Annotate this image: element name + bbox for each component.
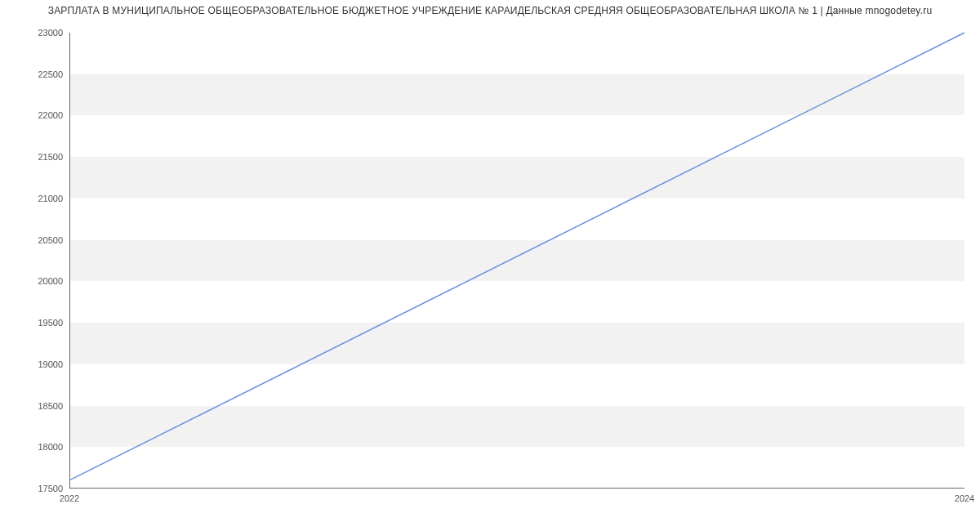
y-tick-label: 23000 <box>38 28 69 38</box>
y-tick-label: 19500 <box>38 318 69 328</box>
y-tick-label: 19000 <box>38 359 69 369</box>
chart-container: ЗАРПЛАТА В МУНИЦИПАЛЬНОЕ ОБЩЕОБРАЗОВАТЕЛ… <box>0 0 980 531</box>
x-tick-label: 2022 <box>60 489 79 503</box>
y-tick-label: 18000 <box>38 442 69 452</box>
y-tick-label: 20000 <box>38 276 69 286</box>
line-layer <box>69 33 964 489</box>
y-tick-label: 22000 <box>38 110 69 120</box>
y-tick-label: 21000 <box>38 194 69 203</box>
x-tick-label: 2024 <box>955 489 974 503</box>
y-tick-label: 22500 <box>38 69 69 79</box>
y-tick-label: 20500 <box>38 235 69 245</box>
chart-title: ЗАРПЛАТА В МУНИЦИПАЛЬНОЕ ОБЩЕОБРАЗОВАТЕЛ… <box>0 5 980 16</box>
series-line <box>69 33 964 480</box>
y-tick-label: 21500 <box>38 152 69 162</box>
plot-area: 1750018000185001900019500200002050021000… <box>69 33 964 489</box>
y-tick-label: 18500 <box>38 401 69 411</box>
